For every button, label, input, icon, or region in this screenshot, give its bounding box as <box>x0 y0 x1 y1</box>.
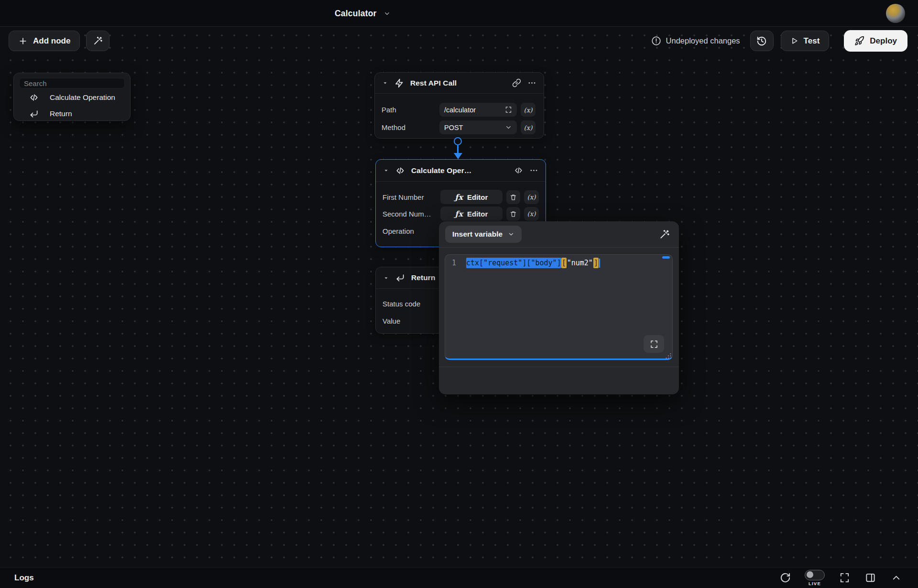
collapse-panel-chevron-icon[interactable] <box>891 572 902 583</box>
bracket-open: [ <box>561 258 567 268</box>
history-icon <box>756 36 767 46</box>
logs-label: Logs <box>14 573 34 583</box>
undeployed-changes-label: Undeployed changes <box>666 36 740 45</box>
editor-label: Editor <box>467 193 488 201</box>
return-icon <box>395 273 405 283</box>
code-icon <box>395 166 405 175</box>
collapse-chevron-icon[interactable] <box>383 167 389 174</box>
rocket-icon <box>854 36 864 46</box>
chevron-down-icon <box>383 10 391 17</box>
method-select[interactable]: POST <box>439 120 517 134</box>
scrollbar-thumb[interactable] <box>662 256 670 259</box>
status-code-label: Status code <box>382 300 440 308</box>
variable-button[interactable]: (x) <box>521 120 536 134</box>
node-search-panel: Calculate Operation Return <box>13 73 131 121</box>
panel-right-icon[interactable] <box>865 572 876 583</box>
expand-icon[interactable] <box>505 106 512 113</box>
popup-header: Insert variable <box>439 221 679 247</box>
divider <box>439 367 679 367</box>
connector-arrow <box>454 153 462 159</box>
node-header: Rest API Call <box>375 73 544 94</box>
method-row: Method POST (x) <box>375 120 544 134</box>
divider <box>439 247 679 248</box>
editor-label: Editor <box>467 210 488 218</box>
first-number-row: First Number ƒx Editor (x) <box>376 190 546 204</box>
connector-line <box>457 145 459 153</box>
avatar[interactable] <box>886 4 905 23</box>
variable-button[interactable]: (x) <box>524 207 539 221</box>
operation-label: Operation <box>382 227 440 235</box>
open-code-icon[interactable] <box>514 166 523 175</box>
node-title: Calculate Oper… <box>411 166 508 175</box>
code-text: ctx["request"]["body"]["num2"] <box>466 258 600 268</box>
add-node-button[interactable]: Add node <box>9 31 80 51</box>
fx-icon: ƒx <box>455 193 463 202</box>
search-result-calculate-operation[interactable]: Calculate Operation <box>14 90 130 105</box>
toolbar-left: Add node <box>9 31 109 51</box>
collapse-chevron-icon[interactable] <box>383 275 389 281</box>
deploy-button[interactable]: Deploy <box>844 30 907 52</box>
second-number-editor-button[interactable]: ƒx Editor <box>440 207 503 221</box>
lightning-bolt-icon <box>394 78 404 88</box>
toolbar-right: Undeployed changes Test Deploy <box>651 30 907 52</box>
logs-bar[interactable]: Logs LIVE <box>0 567 918 588</box>
code-editor[interactable]: 1 ctx["request"]["body"]["num2"] <box>445 254 673 360</box>
chevron-down-icon <box>508 231 514 238</box>
variable-button[interactable]: (x) <box>524 190 539 204</box>
test-label: Test <box>804 36 820 46</box>
path-value: /calculator <box>444 106 505 114</box>
path-row: Path /calculator (x) <box>375 103 544 117</box>
ai-generate-button[interactable] <box>86 31 109 51</box>
add-node-label: Add node <box>33 36 70 46</box>
string-token: "num2" <box>567 258 593 268</box>
text-cursor <box>599 259 600 268</box>
workflow-switcher[interactable]: Calculator <box>335 0 391 27</box>
expression-editor-popup: Insert variable 1 ctx["request"]["body"]… <box>439 221 679 394</box>
method-label: Method <box>382 123 439 131</box>
node-rest-api-call[interactable]: Rest API Call Path /calculator (x) Metho… <box>374 72 544 139</box>
fullscreen-editor-button[interactable] <box>644 335 664 353</box>
path-label: Path <box>382 106 439 114</box>
more-options-icon[interactable] <box>529 166 538 175</box>
title-bar: Calculator <box>0 0 918 27</box>
path-input[interactable]: /calculator <box>439 103 517 117</box>
second-number-label: Second Num… <box>382 210 440 218</box>
delete-button[interactable] <box>506 190 520 204</box>
bracket-close: ] <box>593 258 599 268</box>
code-line: 1 ctx["request"]["body"]["num2"] <box>445 258 672 268</box>
connector-output-port[interactable] <box>454 137 462 145</box>
undeployed-changes: Undeployed changes <box>651 36 740 46</box>
insert-variable-label: Insert variable <box>452 230 503 239</box>
magic-wand-icon[interactable] <box>659 229 673 240</box>
search-result-return[interactable]: Return <box>14 106 130 121</box>
resize-grip[interactable] <box>665 352 672 359</box>
play-icon <box>790 37 798 45</box>
test-button[interactable]: Test <box>781 31 830 51</box>
page-title: Calculator <box>335 9 377 19</box>
fullscreen-icon[interactable] <box>839 572 850 583</box>
fx-icon: ƒx <box>455 209 463 218</box>
return-icon <box>29 109 50 119</box>
refresh-icon[interactable] <box>780 572 791 583</box>
delete-button[interactable] <box>506 207 520 221</box>
link-icon[interactable] <box>512 78 521 87</box>
node-title: Rest API Call <box>410 79 506 87</box>
deploy-label: Deploy <box>870 36 897 46</box>
collapse-chevron-icon[interactable] <box>382 80 388 86</box>
logs-bar-controls: LIVE <box>780 570 902 586</box>
line-number: 1 <box>445 259 466 267</box>
variable-button[interactable]: (x) <box>521 103 536 117</box>
magic-wand-icon <box>93 36 103 46</box>
search-input[interactable] <box>19 78 125 88</box>
alert-circle-icon <box>651 36 661 46</box>
search-result-label: Return <box>50 109 72 118</box>
method-value: POST <box>444 124 505 131</box>
first-number-editor-button[interactable]: ƒx Editor <box>440 190 503 204</box>
more-options-icon[interactable] <box>527 78 536 87</box>
toggle-switch[interactable] <box>805 570 825 580</box>
live-label: LIVE <box>809 581 821 586</box>
live-toggle[interactable]: LIVE <box>805 570 825 586</box>
insert-variable-button[interactable]: Insert variable <box>445 226 522 243</box>
history-button[interactable] <box>750 31 774 51</box>
value-label: Value <box>382 317 440 325</box>
